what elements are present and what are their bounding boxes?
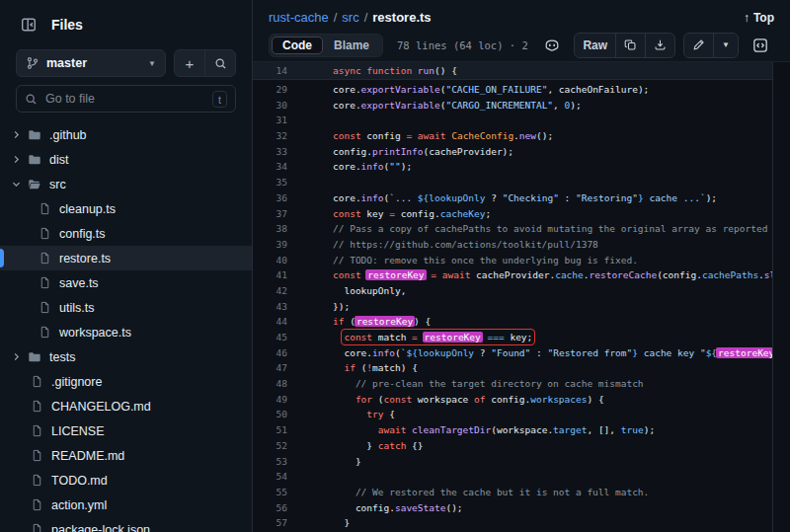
edit-button[interactable] — [684, 34, 713, 57]
plus-icon: + — [186, 55, 195, 72]
line-number[interactable]: 36 — [253, 190, 287, 206]
tab-blame[interactable]: Blame — [323, 37, 380, 54]
download-button[interactable] — [646, 34, 674, 57]
file-icon — [34, 276, 55, 289]
sidebar-item-dist[interactable]: dist — [0, 147, 252, 172]
line-number[interactable]: 30 — [253, 98, 287, 114]
line-number[interactable]: 50 — [253, 407, 287, 422]
sidebar-item-utils-ts[interactable]: utils.ts — [0, 295, 252, 320]
chevron-right-icon[interactable] — [8, 129, 24, 140]
line-number[interactable]: 33 — [253, 144, 287, 160]
breadcrumb-dir-link[interactable]: src — [342, 10, 358, 25]
sidebar-item-package-lock-json[interactable]: package-lock.json — [0, 517, 252, 532]
sidebar-item-license[interactable]: LICENSE — [0, 418, 252, 443]
sidebar-item--gitignore[interactable]: .gitignore — [0, 369, 252, 394]
sidebar-item-src[interactable]: src — [0, 172, 252, 196]
raw-copy-download-group: Raw — [574, 33, 675, 58]
code-line: 38// Pass a copy of cachePaths to avoid … — [253, 221, 772, 237]
chevron-right-icon[interactable] — [8, 154, 24, 165]
folder-icon — [24, 128, 45, 142]
line-number[interactable]: 47 — [253, 360, 287, 376]
code-line: 37const key = config.cacheKey; — [253, 206, 772, 222]
sidebar-item-changelog-md[interactable]: CHANGELOG.md — [0, 394, 252, 418]
chevron-down-icon: ▼ — [148, 59, 156, 68]
sidebar-item-action-yml[interactable]: action.yml — [0, 493, 252, 517]
sidebar-item-tests[interactable]: tests — [0, 344, 252, 369]
line-number[interactable]: 34 — [253, 159, 287, 175]
chevron-right-icon[interactable] — [8, 351, 24, 362]
line-number[interactable]: 42 — [253, 283, 287, 299]
sidebar-item-cleanup-ts[interactable]: cleanup.ts — [0, 196, 252, 221]
symbols-panel-button[interactable] — [747, 33, 774, 58]
line-number[interactable]: 35 — [253, 175, 287, 190]
sidebar-item-save-ts[interactable]: save.ts — [0, 270, 252, 295]
line-number[interactable]: 43 — [253, 299, 287, 315]
sidebar-item-workspace-ts[interactable]: workspace.ts — [0, 320, 252, 344]
line-number[interactable]: 31 — [253, 113, 287, 128]
line-number[interactable]: 45 — [253, 330, 287, 345]
line-number[interactable]: 14 — [253, 62, 287, 79]
line-number[interactable]: 41 — [253, 267, 287, 283]
chevron-down-icon[interactable] — [8, 179, 24, 190]
line-number[interactable]: 29 — [253, 82, 287, 98]
line-number[interactable]: 57 — [253, 515, 287, 531]
sidebar-item-readme-md[interactable]: README.md — [0, 443, 252, 468]
sidebar-item-config-ts[interactable]: config.ts — [0, 221, 252, 246]
line-number[interactable]: 56 — [253, 500, 287, 516]
code-line: 36core.info(`... ${lookupOnly ? "Checkin… — [253, 190, 772, 206]
search-match-highlight: restoreKey — [365, 269, 426, 280]
line-number[interactable]: 49 — [253, 392, 287, 408]
code-line-content: const restoreKey = await cacheProvider.c… — [333, 267, 773, 283]
line-number[interactable]: 38 — [253, 221, 287, 237]
raw-button[interactable]: Raw — [575, 34, 615, 57]
line-number[interactable]: 40 — [253, 253, 287, 268]
code-line: 45 const match = restoreKey === key; — [253, 330, 772, 345]
code-line: 54 — [253, 469, 772, 485]
sidebar-item-restore-ts[interactable]: restore.ts — [0, 246, 252, 270]
code-line: 33config.printInfo(cacheProvider); — [253, 144, 772, 160]
sidebar-item--github[interactable]: .github — [0, 122, 252, 147]
line-number[interactable]: 52 — [253, 438, 287, 454]
line-number[interactable]: 55 — [253, 485, 287, 500]
code-line-content: core.exportVariable("CACHE_ON_FAILURE", … — [333, 82, 649, 98]
file-icon — [26, 375, 47, 388]
line-number[interactable]: 44 — [253, 314, 287, 330]
go-to-file-input[interactable]: Go to file t — [16, 85, 236, 113]
breadcrumb-repo-link[interactable]: rust-cache — [269, 10, 329, 25]
file-icon — [34, 227, 55, 240]
line-number[interactable]: 32 — [253, 128, 287, 144]
code-line: 44if (restoreKey) { — [253, 314, 772, 330]
sidebar-header: Files — [0, 8, 252, 49]
line-number[interactable]: 54 — [253, 469, 287, 485]
code-line: 52 } catch {} — [253, 438, 772, 454]
copilot-button[interactable] — [538, 33, 566, 58]
copy-button[interactable] — [616, 34, 645, 57]
code-line-content: for (const workspace of config.workspace… — [333, 392, 604, 408]
search-match-highlight: restoreKey — [716, 347, 773, 358]
edit-dropdown-button[interactable]: ▼ — [714, 34, 738, 57]
sidebar-item-todo-md[interactable]: TODO.md — [0, 468, 252, 493]
line-number[interactable]: 37 — [253, 206, 287, 222]
back-to-top-link[interactable]: ↑ Top — [744, 11, 774, 25]
collapse-sidebar-button[interactable] — [16, 12, 41, 38]
folder-icon — [24, 350, 45, 364]
line-number[interactable]: 53 — [253, 454, 287, 470]
line-number[interactable]: 48 — [253, 376, 287, 392]
tree-item-label: save.ts — [59, 276, 99, 290]
line-number[interactable]: 51 — [253, 422, 287, 438]
branch-selector-button[interactable]: master ▼ — [16, 49, 166, 77]
line-number[interactable]: 39 — [253, 237, 287, 253]
line-number[interactable]: 46 — [253, 345, 287, 361]
tab-code[interactable]: Code — [272, 37, 323, 54]
code-line: 41const restoreKey = await cacheProvider… — [253, 267, 772, 283]
code-line-content: lookupOnly, — [333, 283, 406, 299]
annotation-box: const match = restoreKey === key; — [344, 332, 532, 342]
folder-icon — [24, 153, 45, 167]
code-line: 32const config = await CacheConfig.new()… — [253, 128, 772, 144]
pencil-icon — [692, 38, 705, 51]
tree-item-label: utils.ts — [59, 301, 94, 315]
search-match-highlight: restoreKey — [355, 316, 415, 327]
add-file-button[interactable]: + — [175, 50, 204, 76]
search-tree-button[interactable] — [205, 50, 235, 76]
file-icon — [26, 424, 47, 437]
